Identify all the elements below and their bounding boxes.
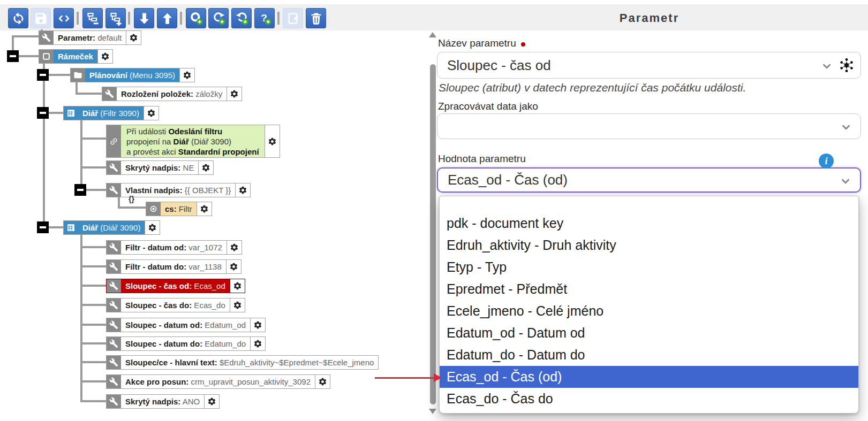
- info-icon[interactable]: i: [819, 154, 834, 169]
- gear-icon[interactable]: [197, 202, 212, 216]
- tree-node-filtr_do[interactable]: Filtr - datum do: var_1138: [106, 259, 241, 274]
- toolbar-move-down-button[interactable]: [134, 8, 154, 28]
- gear-icon[interactable]: [97, 50, 112, 63]
- dropdown-option[interactable]: Etyp - Typ: [440, 256, 858, 278]
- toolbar-separator: [277, 12, 280, 25]
- gear-icon[interactable]: [265, 125, 280, 157]
- toolbar-add-object-button[interactable]: [186, 8, 206, 28]
- name-param-input[interactable]: Sloupec - čas od: [437, 52, 861, 79]
- gear-icon[interactable]: [227, 241, 241, 254]
- chevron-down-icon[interactable]: [840, 120, 852, 132]
- dropdown-option[interactable]: Ecas_do - Čas do: [440, 388, 858, 410]
- toolbar-add-link-forward-button[interactable]: [208, 8, 229, 28]
- tree-node-parametr_default[interactable]: Parametr: default: [39, 30, 141, 45]
- gear-icon[interactable]: [198, 161, 213, 174]
- gear-icon[interactable]: [204, 395, 219, 408]
- tree-node-filtr_od[interactable]: Filtr - datum od: var_1072: [106, 240, 242, 255]
- wrench-icon: [107, 395, 121, 408]
- toolbar-add-link-back-button[interactable]: [231, 8, 252, 28]
- chevron-down-icon[interactable]: [840, 174, 851, 186]
- toolbar-expand-tree-button[interactable]: [105, 8, 126, 28]
- square-icon: [39, 50, 54, 63]
- gear-icon[interactable]: [145, 221, 160, 234]
- toolbar-refresh-button[interactable]: [8, 8, 28, 28]
- gear-icon[interactable]: [226, 260, 241, 273]
- toolbar-save-button: [31, 8, 51, 28]
- tree-line: [49, 74, 70, 76]
- gear-icon[interactable]: [179, 68, 194, 82]
- link-icon: [107, 125, 121, 157]
- tree-node-diar_filtr[interactable]: Diář (Filtr 3090): [63, 106, 159, 120]
- value-param-value: Ecas_od - Čas (od): [448, 172, 568, 188]
- wrench-icon: [39, 31, 54, 44]
- tree-node-datum_od[interactable]: Sloupec - datum od: Edatum_od: [106, 318, 266, 332]
- process-as-select[interactable]: [437, 113, 861, 139]
- scrollbar-thumb[interactable]: [430, 64, 436, 404]
- tree-line: [49, 112, 63, 114]
- tree-node-vlastni[interactable]: Vlastní nadpis: {{ OBJEKT }}: [106, 183, 251, 197]
- gear-icon[interactable]: [227, 87, 241, 101]
- tree-node-ramecek[interactable]: Rámeček: [39, 49, 113, 64]
- network-graph-icon[interactable]: [838, 57, 855, 74]
- tree-node-skryty_ano[interactable]: Skrytý nadpis: ANO: [106, 394, 220, 409]
- dropdown-option[interactable]: Edruh_aktivity - Druh aktivity: [440, 234, 858, 256]
- name-param-value: Sloupec - čas od: [447, 57, 551, 74]
- tree-node-cas_do[interactable]: Sloupec - čas do: Ecas_do: [106, 298, 245, 312]
- dropdown-option[interactable]: Ecele_jmeno - Celé jméno: [440, 300, 858, 322]
- tree-node-label: Skrytý nadpis: ANO: [121, 395, 204, 408]
- gear-icon[interactable]: [230, 279, 245, 293]
- value-param-select[interactable]: Ecas_od - Čas (od): [437, 167, 861, 193]
- dropdown-option[interactable]: Edatum_od - Datum od: [440, 322, 858, 344]
- tree-line: [80, 285, 106, 287]
- wrench-icon: [107, 183, 121, 197]
- tree-collapse-toggle[interactable]: [37, 221, 49, 233]
- dropdown-option[interactable]: [440, 198, 858, 212]
- tree-node-akce[interactable]: Akce pro posun: crm_upravit_posun_aktivi…: [106, 374, 330, 389]
- tree-line: [80, 380, 106, 382]
- tree-node-cas_od[interactable]: Sloupec - čas od: Ecas_od: [106, 279, 245, 293]
- dropdown-option[interactable]: Ecas_od - Čas (od): [440, 366, 858, 388]
- toolbar-delete-button[interactable]: [306, 8, 326, 28]
- value-dropdown: pdk - document keyEdruh_aktivity - Druh …: [439, 196, 859, 414]
- toolbar-separator: [180, 12, 182, 25]
- gear-icon[interactable]: [230, 298, 245, 312]
- tree-node-hlavni[interactable]: Sloupec/ce - hlavní text: $Edruh_aktivit…: [106, 355, 379, 370]
- toolbar-add-help-button[interactable]: ?: [254, 8, 275, 28]
- name-param-label-row: Název parametru: [438, 37, 525, 49]
- wrench-icon: [107, 260, 121, 273]
- toolbar-code-button[interactable]: [54, 8, 74, 28]
- tree-node-skryty_ne[interactable]: Skrytý nadpis: NE: [106, 160, 214, 175]
- gear-icon[interactable]: [315, 375, 330, 388]
- chevron-down-icon[interactable]: [821, 59, 833, 71]
- dropdown-option[interactable]: Epredmet - Předmět: [440, 278, 858, 300]
- tree-collapse-toggle[interactable]: [74, 184, 86, 196]
- tree-node-cs_filtr[interactable]: cs: Filtr: [146, 202, 212, 216]
- gear-icon[interactable]: [126, 31, 141, 44]
- scroll-down-button[interactable]: [429, 409, 436, 414]
- toolbar-move-up-button[interactable]: [157, 8, 177, 28]
- folder-icon: [71, 68, 85, 82]
- dropdown-option[interactable]: Edatum_do - Datum do: [440, 344, 858, 366]
- tree-collapse-toggle[interactable]: [37, 107, 49, 119]
- tree-line: [80, 265, 106, 267]
- tree-node-diar_diar[interactable]: Diář (Diář 3090): [63, 220, 160, 235]
- tree-node-label: cs: Filtr: [161, 202, 197, 216]
- tree-collapse-toggle[interactable]: [37, 69, 49, 81]
- tree-node-link_event[interactable]: Při události Odeslání filtrupropojení na…: [106, 125, 280, 158]
- tree-node-label: Při události Odeslání filtrupropojení na…: [121, 125, 265, 157]
- gear-icon[interactable]: [250, 318, 265, 332]
- tree-line: [12, 35, 39, 37]
- tree-node-rozlozeni[interactable]: Rozložení položek: záložky: [102, 87, 242, 101]
- toolbar-collapse-tree-button[interactable]: [82, 8, 103, 28]
- tree-node-planovani[interactable]: Plánování (Menu 3095): [70, 68, 195, 82]
- tree-node-label: Akce pro posun: crm_upravit_posun_aktivi…: [121, 375, 315, 388]
- gear-icon[interactable]: [144, 106, 158, 120]
- gear-icon[interactable]: [235, 183, 250, 197]
- json-marker: {}: [129, 195, 134, 203]
- tree-collapse-toggle[interactable]: [7, 50, 19, 62]
- tree-node-datum_do[interactable]: Sloupec - datum do: Edatum_do: [106, 336, 266, 351]
- tree-node-label: Filtr - datum do: var_1138: [121, 260, 226, 273]
- dropdown-option[interactable]: pdk - document key: [440, 212, 858, 234]
- gear-icon[interactable]: [250, 337, 265, 350]
- scroll-up-button[interactable]: [429, 32, 436, 37]
